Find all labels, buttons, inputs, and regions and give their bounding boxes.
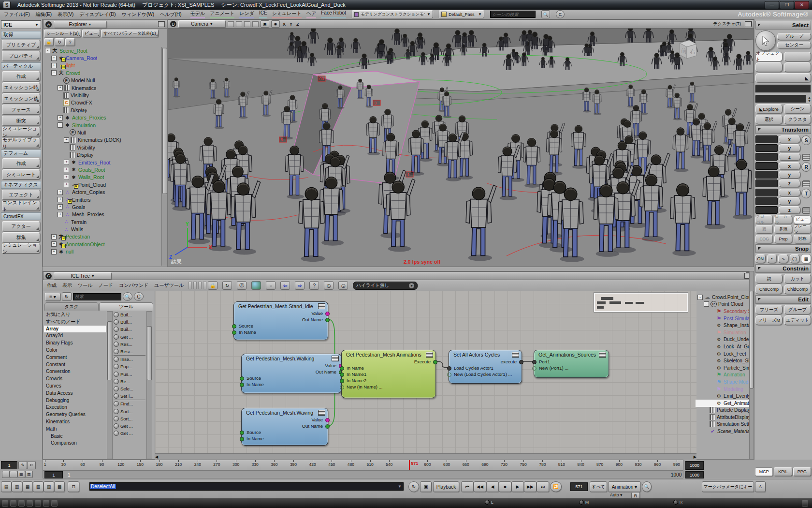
toolbar-button-4-1[interactable]: 群集 [2, 232, 40, 242]
node-input-port[interactable]: In Name [242, 435, 328, 442]
tiny-btn-2[interactable] [10, 471, 17, 478]
transform-field-T-y[interactable] [755, 197, 778, 205]
toolbar-button-3-0[interactable]: エフェクト [2, 190, 40, 200]
node-category[interactable]: Comment [44, 354, 106, 361]
cut-tool-icon[interactable]: ✄ [27, 461, 36, 469]
node-menu-icon[interactable] [512, 352, 519, 358]
node-category[interactable]: お気に入り [44, 311, 106, 318]
axis-button-x[interactable]: x [779, 189, 801, 196]
node-tool-item[interactable]: Get ... [114, 422, 145, 430]
node-tool-item[interactable]: Resi... [114, 348, 145, 355]
toolbar-button-0-1[interactable]: プロパティ [2, 51, 40, 61]
ice-forward-icon[interactable]: ⇨ [295, 281, 304, 290]
axis-button-y[interactable]: y [779, 144, 801, 152]
node-output-port[interactable]: Value [242, 417, 328, 423]
snap-on-button[interactable]: ON [755, 254, 766, 263]
axis-y-button[interactable]: Y [289, 22, 293, 27]
end-frame-box[interactable]: 1000 [685, 461, 704, 470]
explorer-tree-item[interactable]: Visibility [43, 144, 167, 151]
point-cloud-tree-item[interactable]: ⚑Animation [696, 372, 750, 379]
loop-region-icon[interactable]: ↻ [408, 481, 419, 492]
ice-menu-0[interactable]: 作成 [47, 282, 57, 289]
prev-frame-button[interactable]: ◀ [486, 481, 499, 492]
mark-param-key-button[interactable]: マークパラメータにキー [702, 481, 754, 492]
node-tool-item[interactable]: Inse... [114, 355, 145, 363]
explorer-tree-item[interactable]: +✱Actors_Proxies [43, 114, 167, 121]
ice-refresh-icon[interactable]: ↻ [222, 281, 232, 290]
node-category[interactable]: Kinematics [44, 418, 106, 426]
list-style-dropdown[interactable]: ≡ ▾ [45, 293, 60, 301]
node-category[interactable]: Execution [44, 404, 106, 411]
node-output-port[interactable]: Out Name [242, 369, 341, 375]
layout-btn-6[interactable]: ▩ [54, 481, 65, 492]
status-icon-1[interactable] [2, 500, 8, 507]
node-category[interactable]: Array [44, 326, 106, 333]
point-cloud-tree-item[interactable]: ⚑Post-Simula [696, 315, 750, 322]
transform-field-R-x[interactable] [755, 162, 778, 170]
divider-btn[interactable]: ⊟ [68, 481, 79, 492]
node-category[interactable]: Geometry Queries [44, 411, 106, 418]
explorer-tree-item[interactable]: -大Crowd [43, 69, 167, 76]
playhead[interactable] [409, 460, 410, 470]
ice-graph-canvas[interactable]: Get Pedestrian_Mesh.Stand_IdleValueOut N… [155, 291, 696, 453]
module-menu-3[interactable]: ICE [259, 10, 267, 18]
collapse-icon[interactable]: - [45, 48, 50, 53]
node-category[interactable]: Debugging [44, 397, 106, 404]
module-menu-6[interactable]: Face Robot [321, 10, 346, 18]
expand-icon[interactable]: + [64, 175, 69, 180]
toolbar-button-1-5[interactable]: シミュレーション [2, 127, 40, 137]
minimize-button[interactable]: — [765, 1, 779, 9]
toolbar-button-2-0[interactable]: 作成 [2, 158, 40, 168]
snap-surface-icon[interactable]: ◯ [790, 254, 800, 263]
tree-scrollbar[interactable] [749, 271, 754, 459]
toolbar-button-1-2[interactable]: エミッション後 [2, 93, 40, 104]
point-cloud-tree-item[interactable]: AttributeDisplay [696, 414, 750, 421]
menubar-menu-4[interactable]: ウィンドウ(W) [122, 11, 154, 18]
explorer-tree-item[interactable]: +☁HPoint_Cloud [43, 181, 167, 188]
node-tool-item[interactable]: Re... [114, 378, 145, 385]
camera-icon[interactable]: ▣ [261, 20, 269, 28]
explorer-tree-item[interactable]: +∴Mesh_Proxies [43, 211, 167, 218]
expand-icon[interactable]: + [51, 63, 57, 68]
node-input-port[interactable]: In Name1 [342, 371, 435, 377]
status-icon-6[interactable] [43, 500, 49, 507]
axis-z-button[interactable]: Z [295, 22, 300, 27]
panel-letter-c[interactable]: C [45, 273, 52, 279]
point-cloud-tree-item[interactable]: ⚑Shape Mode [696, 378, 750, 386]
lock-icon[interactable]: 🔒 [44, 38, 54, 46]
explorer-tree-item[interactable]: +Kinematics [43, 84, 167, 91]
all-button[interactable]: すべて [590, 481, 607, 492]
selection-display-field[interactable] [755, 85, 811, 93]
node-input-port[interactable]: In Name2 [342, 377, 435, 384]
toolbar-button-1-1[interactable]: エミッション時 [2, 82, 40, 92]
play-button[interactable]: ▶ [511, 481, 524, 492]
ice-tab-1[interactable]: ツール [99, 302, 153, 311]
explorer-tree-item[interactable]: ∴Terrain [43, 218, 167, 225]
toolbar-button-4-2[interactable]: シミュレーション [2, 243, 40, 254]
prev-key-button[interactable]: ◀◀ [474, 481, 486, 492]
ice-globe-icon[interactable] [251, 281, 261, 290]
point-cloud-tree-item[interactable]: ⚙Get_Animati [696, 400, 750, 407]
help-icon[interactable]: ? [65, 38, 75, 46]
module-menu-1[interactable]: アニメート [210, 10, 234, 18]
node-category[interactable]: Conversion [44, 368, 106, 375]
selection-text-field[interactable] [755, 95, 806, 103]
explorer-tree-item[interactable]: PModel Null [43, 77, 167, 84]
node-tool-item[interactable]: Sort... [114, 407, 145, 415]
node-tool-item[interactable]: Find... [114, 400, 145, 407]
collapse-icon[interactable]: - [697, 295, 703, 300]
expand-icon[interactable]: + [51, 241, 57, 247]
expand-icon[interactable]: + [51, 234, 57, 239]
node-menu-icon[interactable] [599, 352, 606, 358]
freeze-m-button[interactable]: フリーズM [755, 315, 783, 325]
panel-letter-b[interactable]: B [170, 21, 176, 27]
toolbar-selector-dropdown[interactable]: ICE▼ [1, 20, 41, 29]
center-button[interactable]: センター [777, 42, 811, 49]
node-category[interactable]: Color [44, 347, 106, 354]
node-tool-item[interactable]: Buil... [114, 318, 145, 326]
memo-cam-2[interactable] [236, 21, 242, 27]
edit-group-button[interactable]: グループ [784, 305, 811, 314]
point-cloud-tree-item[interactable]: ⚙Emit_Evenly [696, 392, 750, 400]
cluster-button[interactable]: クラスタ [784, 115, 811, 124]
go-start-button[interactable]: ⏮ [461, 481, 474, 492]
